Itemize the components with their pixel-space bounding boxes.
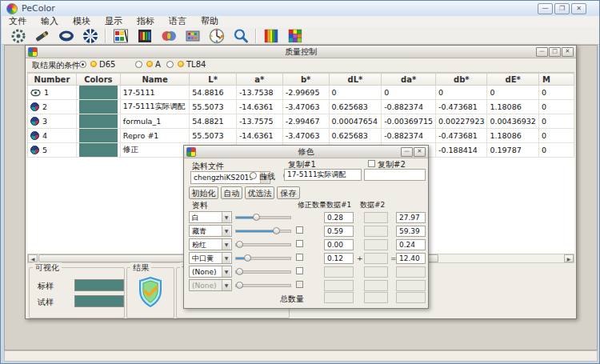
dialog-minimize-button[interactable]: —	[401, 147, 413, 157]
data1-field[interactable]: 0.59	[324, 226, 354, 237]
menu-help[interactable]: 帮助	[194, 16, 226, 27]
qc-minimize-button[interactable]: —	[536, 47, 548, 57]
save-button[interactable]: 保存	[277, 186, 300, 199]
menu-language[interactable]: 语言	[162, 16, 194, 27]
menu-input[interactable]: 输入	[34, 16, 66, 27]
settings-sync-icon[interactable]	[6, 27, 30, 45]
optimize-button[interactable]: 优选法	[245, 186, 274, 199]
close-button[interactable]: ✕	[571, 3, 586, 14]
total-field[interactable]: 27.97	[396, 212, 426, 223]
time-gauge-icon[interactable]	[205, 27, 229, 45]
data2-field[interactable]	[364, 226, 388, 237]
pen-icon[interactable]	[30, 27, 54, 45]
dye-combo[interactable]: 白▼	[189, 211, 232, 223]
dye-combo[interactable]: 藏青▼	[189, 225, 232, 237]
col-dl[interactable]: dL*	[329, 74, 382, 86]
col-l[interactable]: L*	[190, 74, 237, 86]
correction-checkbox[interactable]	[296, 267, 303, 274]
dye-file-combo[interactable]: chengzhiKS2019▼	[190, 171, 270, 184]
amount-slider[interactable]	[235, 257, 291, 260]
slider-thumb[interactable]	[273, 227, 280, 234]
data2-field[interactable]	[364, 212, 388, 223]
scroll-right-arrow[interactable]: ▶	[564, 254, 574, 262]
minimize-button[interactable]: —	[538, 3, 553, 14]
data2-field[interactable]	[364, 280, 388, 291]
total-sum-field[interactable]	[396, 292, 426, 303]
dye-combo[interactable]: 粉红▼	[189, 238, 232, 250]
table-row[interactable]: 1 17-511154.8816-13.7538-2.9969500000	[28, 86, 574, 100]
copy2-field[interactable]	[364, 169, 426, 181]
recipe-bars-icon[interactable]	[133, 27, 157, 45]
main-titlebar[interactable]: PeColor — ❐ ✕	[1, 1, 599, 16]
radio-curve[interactable]	[250, 172, 257, 179]
table-row[interactable]: 4 Repro #155.5073-14.6361-3.470630.62568…	[28, 129, 574, 143]
color-mix-icon[interactable]	[157, 27, 181, 45]
dialog-titlebar[interactable]: 修色 — ✕	[184, 146, 428, 158]
data1-field[interactable]: 0.28	[324, 212, 354, 223]
amount-slider[interactable]	[235, 284, 291, 287]
col-b[interactable]: b*	[282, 74, 329, 86]
data2-field[interactable]	[364, 266, 388, 278]
qc-maximize-button[interactable]: □	[549, 47, 561, 57]
total-data1-field[interactable]	[324, 292, 354, 303]
total-field[interactable]: 0.24	[396, 239, 426, 250]
menu-module[interactable]: 模块	[66, 16, 98, 27]
data1-field[interactable]: 0.12	[324, 253, 354, 264]
menu-file[interactable]: 文件	[2, 16, 34, 27]
menu-display[interactable]: 显示	[98, 16, 130, 27]
total-data2-field[interactable]	[364, 292, 388, 303]
color-grid-icon[interactable]	[283, 27, 307, 45]
slider-thumb[interactable]	[236, 241, 243, 248]
col-number[interactable]: Number	[28, 74, 77, 86]
total-field[interactable]: 59.39	[396, 226, 426, 237]
dye-combo[interactable]: 中口黄▼	[189, 252, 232, 264]
qc-close-button[interactable]: ✕	[562, 47, 574, 57]
total-field[interactable]	[396, 266, 426, 278]
auto-button[interactable]: 自动	[221, 186, 242, 199]
scroll-left-arrow[interactable]: ◀	[28, 254, 38, 262]
data2-field[interactable]	[364, 253, 388, 264]
dye-combo[interactable]: (None)▼	[189, 279, 232, 291]
total-field[interactable]	[396, 280, 426, 291]
data1-field[interactable]	[324, 280, 354, 291]
slider-thumb[interactable]	[236, 282, 243, 289]
color-wheel-icon[interactable]	[78, 27, 102, 45]
copy2-checkbox[interactable]	[368, 160, 375, 167]
radio-tl84[interactable]	[166, 61, 174, 68]
sample-oval-icon[interactable]	[54, 27, 78, 45]
col-de[interactable]: dE*	[487, 74, 538, 86]
dye-combo[interactable]: (None)▼	[189, 266, 232, 278]
table-row[interactable]: 3 formula_154.8821-13.7575-2.994670.0004…	[28, 114, 574, 129]
col-a[interactable]: a*	[236, 74, 282, 86]
slider-thumb[interactable]	[244, 254, 251, 262]
data2-field[interactable]	[364, 239, 388, 250]
col-m[interactable]: M	[538, 74, 574, 86]
search-icon[interactable]	[229, 27, 253, 45]
amount-slider[interactable]	[235, 243, 291, 246]
col-colors[interactable]: Colors	[76, 74, 120, 86]
radio-a[interactable]	[135, 61, 142, 68]
qc-titlebar[interactable]: 质量控制 — □ ✕	[26, 46, 576, 58]
table-row[interactable]: 2 17-5111实际调配55.5073-14.6361-3.470630.62…	[28, 100, 574, 114]
col-da[interactable]: da*	[382, 74, 436, 86]
spectrum-icon[interactable]	[259, 27, 283, 45]
correction-checkbox[interactable]	[296, 240, 303, 247]
slider-thumb[interactable]	[236, 268, 243, 275]
amount-slider[interactable]	[235, 216, 291, 219]
total-field[interactable]: 12.40	[396, 253, 426, 264]
machine-grid-icon[interactable]	[181, 27, 205, 45]
amount-slider[interactable]	[235, 230, 291, 233]
col-db[interactable]: db*	[436, 74, 487, 86]
maximize-button[interactable]: ❐	[554, 3, 570, 14]
initialize-button[interactable]: 初始化	[189, 186, 218, 199]
correction-checkbox[interactable]	[296, 254, 303, 261]
data1-field[interactable]	[324, 266, 354, 278]
correction-checkbox[interactable]	[296, 281, 303, 288]
correction-checkbox[interactable]	[296, 226, 303, 234]
menu-index[interactable]: 指标	[130, 16, 162, 27]
radio-d65[interactable]	[79, 61, 86, 68]
copy1-field[interactable]: 17-5111实际调配	[284, 169, 362, 181]
slider-thumb[interactable]	[253, 214, 260, 221]
data1-field[interactable]: 0.00	[324, 239, 354, 250]
palette-chart-icon[interactable]	[109, 27, 133, 45]
